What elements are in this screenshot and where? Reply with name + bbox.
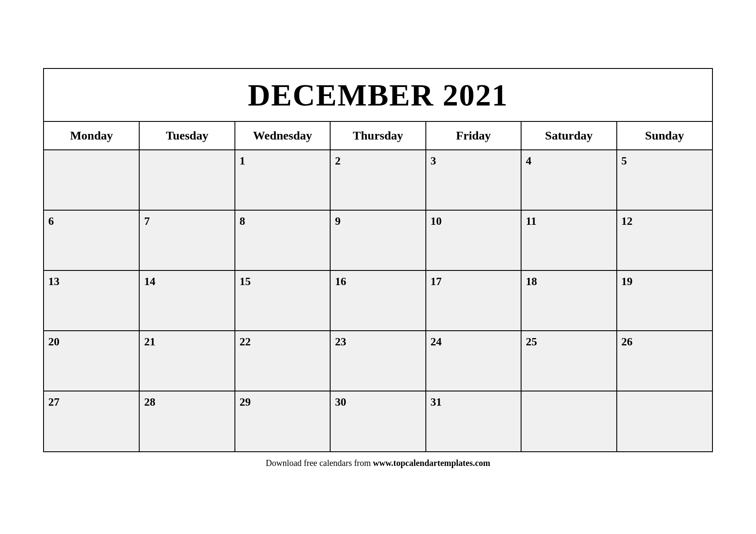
footer-plain: Download free calendars from (266, 458, 373, 468)
day-header-sunday: Sunday (617, 122, 712, 150)
calendar-cell: 1 (235, 150, 330, 210)
week-row-1: 12345 (44, 150, 712, 210)
week-row-3: 13141516171819 (44, 270, 712, 331)
day-number: 9 (335, 215, 421, 228)
day-number: 2 (335, 155, 421, 168)
day-number: 19 (622, 275, 708, 288)
calendar-cell: 4 (521, 150, 616, 210)
day-header-wednesday: Wednesday (235, 122, 330, 150)
calendar-cell: 6 (44, 210, 139, 270)
calendar-cell: 15 (235, 270, 330, 331)
calendar-cell: 17 (426, 270, 521, 331)
page-wrapper: DECEMBER 2021 MondayTuesdayWednesdayThur… (22, 51, 734, 484)
day-number: 20 (48, 335, 134, 348)
day-header-saturday: Saturday (521, 122, 616, 150)
calendar-container: DECEMBER 2021 MondayTuesdayWednesdayThur… (43, 68, 713, 452)
calendar-cell (521, 391, 616, 451)
calendar-cell: 23 (330, 331, 425, 391)
day-header-tuesday: Tuesday (139, 122, 234, 150)
day-number: 14 (144, 275, 230, 288)
calendar-cell: 19 (617, 270, 712, 331)
calendar-cell: 9 (330, 210, 425, 270)
day-number: 1 (240, 155, 325, 168)
calendar-cell: 31 (426, 391, 521, 451)
day-number: 8 (240, 215, 325, 228)
day-number: 12 (622, 215, 708, 228)
calendar-grid: MondayTuesdayWednesdayThursdayFridaySatu… (44, 122, 712, 451)
day-number: 11 (526, 215, 612, 228)
footer: Download free calendars from www.topcale… (43, 452, 713, 471)
calendar-cell (139, 150, 234, 210)
calendar-cell: 2 (330, 150, 425, 210)
day-number: 28 (144, 396, 230, 409)
day-number: 27 (48, 396, 134, 409)
calendar-cell: 18 (521, 270, 616, 331)
calendar-cell (617, 391, 712, 451)
day-number: 21 (144, 335, 230, 348)
calendar-cell: 26 (617, 331, 712, 391)
header-row: MondayTuesdayWednesdayThursdayFridaySatu… (44, 122, 712, 150)
day-number: 3 (431, 155, 516, 168)
calendar-cell: 30 (330, 391, 425, 451)
day-number: 23 (335, 335, 421, 348)
week-row-5: 2728293031 (44, 391, 712, 451)
calendar-title: DECEMBER 2021 (44, 69, 712, 122)
calendar-cell: 7 (139, 210, 234, 270)
week-row-4: 20212223242526 (44, 331, 712, 391)
day-number: 5 (622, 155, 708, 168)
day-number: 6 (48, 215, 134, 228)
week-row-2: 6789101112 (44, 210, 712, 270)
calendar-cell (44, 150, 139, 210)
calendar-cell: 12 (617, 210, 712, 270)
calendar-cell: 28 (139, 391, 234, 451)
day-header-thursday: Thursday (330, 122, 425, 150)
day-number: 13 (48, 275, 134, 288)
day-number: 18 (526, 275, 612, 288)
day-number: 22 (240, 335, 325, 348)
calendar-cell: 8 (235, 210, 330, 270)
calendar-cell: 27 (44, 391, 139, 451)
calendar-cell: 20 (44, 331, 139, 391)
day-number: 10 (431, 215, 516, 228)
calendar-cell: 5 (617, 150, 712, 210)
calendar-cell: 13 (44, 270, 139, 331)
footer-bold: www.topcalendartemplates.com (373, 458, 490, 468)
calendar-cell: 3 (426, 150, 521, 210)
day-number: 4 (526, 155, 612, 168)
calendar-cell: 25 (521, 331, 616, 391)
calendar-cell: 24 (426, 331, 521, 391)
calendar-cell: 16 (330, 270, 425, 331)
day-number: 16 (335, 275, 421, 288)
calendar-cell: 29 (235, 391, 330, 451)
day-number: 30 (335, 396, 421, 409)
day-number: 29 (240, 396, 325, 409)
day-number: 24 (431, 335, 516, 348)
calendar-cell: 14 (139, 270, 234, 331)
day-number: 17 (431, 275, 516, 288)
day-number: 25 (526, 335, 612, 348)
day-number: 26 (622, 335, 708, 348)
calendar-cell: 11 (521, 210, 616, 270)
day-header-monday: Monday (44, 122, 139, 150)
calendar-cell: 21 (139, 331, 234, 391)
day-number: 31 (431, 396, 516, 409)
day-header-friday: Friday (426, 122, 521, 150)
calendar-cell: 10 (426, 210, 521, 270)
day-number: 7 (144, 215, 230, 228)
day-number: 15 (240, 275, 325, 288)
calendar-cell: 22 (235, 331, 330, 391)
